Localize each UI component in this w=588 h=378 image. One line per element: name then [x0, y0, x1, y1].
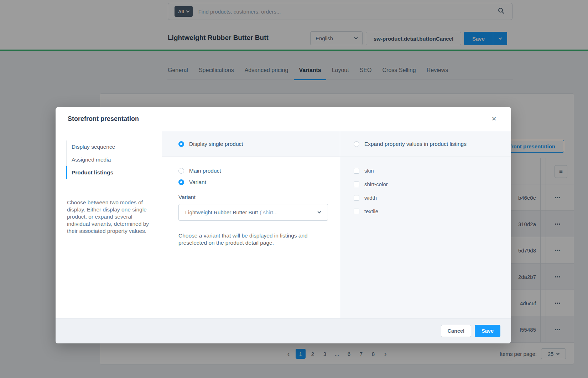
variant-select[interactable]: Lightweight Rubber Butter Butt ( shirt..… [178, 204, 328, 221]
textile-label: textile [364, 208, 378, 214]
modal-footer: Cancel Save [56, 318, 511, 343]
width-label: width [364, 195, 377, 201]
modal-body: Display sequence Assigned media Product … [56, 131, 511, 318]
shirt-color-label: shirt-color [364, 181, 388, 187]
property-row-textile: textile [354, 208, 511, 214]
width-checkbox[interactable] [354, 195, 359, 201]
property-row-skin: skin [354, 168, 511, 174]
expand-properties-column: Expand property values in product listin… [340, 131, 511, 318]
modal-nav-column: Display sequence Assigned media Product … [56, 131, 162, 318]
variant-help-text: Choose a variant that will be displayed … [178, 232, 321, 246]
close-icon[interactable]: ✕ [490, 115, 498, 123]
textile-checkbox[interactable] [354, 209, 359, 214]
modal-nav: Display sequence Assigned media Product … [66, 141, 162, 179]
variant-radio[interactable] [178, 179, 184, 185]
property-row-width: width [354, 195, 511, 201]
nav-item-assigned-media[interactable]: Assigned media [66, 153, 162, 166]
modal-save-button[interactable]: Save [475, 325, 500, 337]
single-product-body: Main product Variant Variant Lightweight… [162, 157, 340, 318]
display-single-product-label: Display single product [189, 141, 243, 147]
modal-cancel-button[interactable]: Cancel [441, 325, 472, 337]
nav-item-product-listings[interactable]: Product listings [66, 166, 162, 179]
main-product-radio[interactable] [178, 168, 184, 174]
properties-list: skin shirt-color width textile [340, 157, 511, 222]
skin-label: skin [364, 168, 374, 174]
chevron-down-icon [318, 210, 321, 214]
nav-item-display-sequence[interactable]: Display sequence [66, 141, 162, 153]
nav-description: Choose between two modes of display. Eit… [67, 199, 153, 235]
expand-properties-option-row: Expand property values in product listin… [340, 131, 511, 157]
variant-select-value: Lightweight Rubber Butter Butt [185, 209, 258, 215]
modal-header: Storefront presentation ✕ [56, 107, 511, 131]
expand-properties-radio[interactable] [354, 141, 359, 147]
single-product-column: Display single product Main product Vari… [162, 131, 340, 318]
single-product-option-row: Display single product [162, 131, 340, 157]
expand-properties-label: Expand property values in product listin… [364, 141, 467, 147]
skin-checkbox[interactable] [354, 168, 359, 174]
property-row-shirt-color: shirt-color [354, 181, 511, 187]
variant-select-value-suffix: ( shirt... [260, 209, 277, 215]
main-product-label: Main product [189, 168, 221, 174]
variant-field-label: Variant [178, 194, 340, 200]
variant-label: Variant [189, 179, 206, 185]
modal-title: Storefront presentation [68, 115, 139, 123]
display-single-product-radio[interactable] [178, 141, 184, 147]
shirt-color-checkbox[interactable] [354, 182, 359, 187]
storefront-presentation-modal: Storefront presentation ✕ Display sequen… [56, 107, 511, 343]
